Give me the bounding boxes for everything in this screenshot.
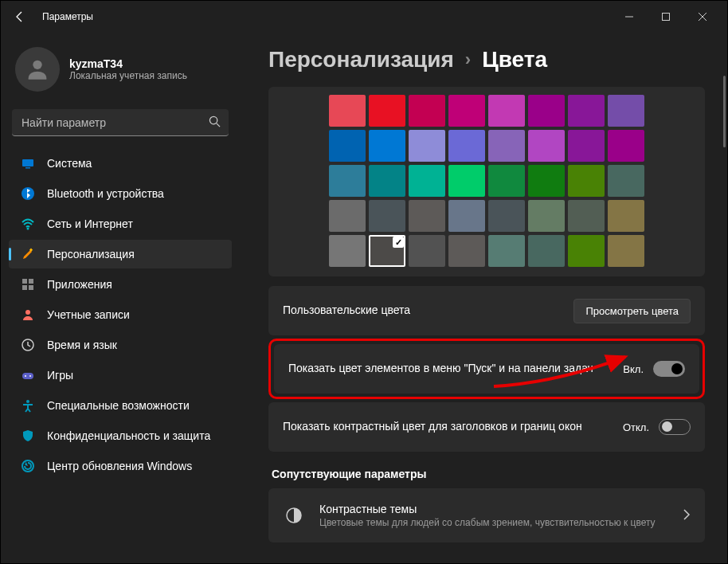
- sidebar-item-wifi[interactable]: Сеть и Интернет: [9, 210, 232, 238]
- color-grid: [283, 95, 691, 267]
- color-swatch[interactable]: [608, 200, 644, 232]
- sidebar-item-bluetooth[interactable]: Bluetooth и устройства: [9, 179, 232, 208]
- color-swatch[interactable]: [448, 200, 485, 232]
- svg-rect-15: [29, 285, 33, 290]
- svg-rect-14: [22, 285, 27, 290]
- color-swatch[interactable]: [369, 130, 405, 162]
- color-swatch[interactable]: [528, 95, 565, 127]
- sidebar-item-time[interactable]: Время и язык: [9, 331, 232, 359]
- sidebar-item-account[interactable]: Учетные записи: [9, 300, 232, 329]
- annotation-highlight: Показать цвет элементов в меню "Пуск" и …: [268, 339, 705, 399]
- accent-start-toggle[interactable]: [653, 361, 685, 377]
- color-swatch[interactable]: [329, 235, 366, 267]
- close-button[interactable]: [684, 4, 721, 29]
- color-swatch[interactable]: [448, 165, 485, 197]
- sidebar-item-privacy[interactable]: Конфиденциальность и защита: [9, 421, 232, 450]
- back-button[interactable]: [7, 4, 33, 29]
- color-swatch[interactable]: [369, 200, 405, 232]
- avatar: [15, 47, 60, 92]
- color-swatch[interactable]: [568, 165, 605, 197]
- color-swatch[interactable]: [568, 200, 605, 232]
- color-swatch[interactable]: [608, 130, 644, 162]
- color-swatch[interactable]: [568, 95, 605, 127]
- user-name: kyzmaT34: [69, 57, 187, 70]
- svg-point-4: [33, 61, 41, 69]
- color-swatch[interactable]: [528, 165, 565, 197]
- chevron-right-icon: ›: [465, 49, 471, 70]
- color-swatch[interactable]: [448, 95, 485, 127]
- sidebar-item-label: Персонализация: [47, 248, 135, 260]
- color-swatch[interactable]: [608, 235, 644, 267]
- related-section-header: Сопутствующие параметры: [272, 468, 705, 480]
- sidebar-item-label: Время и язык: [47, 339, 117, 351]
- toggle-state-label: Вкл.: [623, 363, 644, 375]
- svg-rect-7: [22, 159, 33, 166]
- titlebar: Параметры: [1, 1, 727, 33]
- color-palette-card: [268, 87, 705, 276]
- sidebar-item-label: Конфиденциальность и защита: [47, 429, 210, 442]
- accessibility-icon: [20, 398, 36, 413]
- search-input[interactable]: [12, 109, 229, 136]
- sidebar-item-label: Сеть и Интернет: [47, 217, 133, 230]
- accent-titlebar-row: Показать контрастный цвет для заголовков…: [268, 402, 705, 452]
- svg-point-20: [29, 375, 31, 377]
- scrollbar[interactable]: [723, 76, 726, 147]
- sidebar-item-accessibility[interactable]: Специальные возможности: [9, 391, 232, 420]
- sidebar-item-label: Приложения: [47, 278, 112, 291]
- color-swatch[interactable]: [568, 130, 605, 162]
- color-swatch[interactable]: [608, 95, 644, 127]
- sidebar-item-update[interactable]: Центр обновления Windows: [9, 452, 232, 480]
- color-swatch[interactable]: [409, 200, 445, 232]
- color-swatch[interactable]: [329, 165, 366, 197]
- user-account-type: Локальная учетная запись: [69, 70, 187, 81]
- svg-rect-8: [25, 167, 30, 169]
- color-swatch[interactable]: [528, 235, 565, 267]
- sidebar-item-games[interactable]: Игры: [9, 361, 232, 390]
- color-swatch[interactable]: [409, 130, 445, 162]
- bluetooth-icon: [20, 186, 36, 202]
- color-swatch[interactable]: [568, 235, 605, 267]
- custom-colors-row: Пользовательские цвета Просмотреть цвета: [268, 286, 705, 335]
- sidebar: kyzmaT34 Локальная учетная запись Систем…: [1, 33, 240, 563]
- color-swatch[interactable]: [369, 165, 405, 197]
- user-block[interactable]: kyzmaT34 Локальная учетная запись: [9, 39, 232, 106]
- color-swatch[interactable]: [409, 165, 445, 197]
- accent-titlebar-label: Показать контрастный цвет для заголовков…: [283, 419, 623, 435]
- color-swatch[interactable]: [409, 235, 445, 267]
- nav-list: СистемаBluetooth и устройстваСеть и Инте…: [9, 149, 232, 480]
- color-swatch[interactable]: [369, 95, 405, 127]
- contrast-icon: [283, 504, 305, 527]
- sidebar-item-apps[interactable]: Приложения: [9, 270, 232, 299]
- search-box[interactable]: [12, 109, 229, 136]
- color-swatch[interactable]: [528, 200, 565, 232]
- color-swatch[interactable]: [488, 200, 525, 232]
- color-swatch[interactable]: [329, 130, 366, 162]
- color-swatch[interactable]: [329, 200, 366, 232]
- color-swatch[interactable]: [369, 235, 405, 267]
- search-icon: [209, 116, 221, 130]
- breadcrumb-parent[interactable]: Персонализация: [268, 47, 454, 72]
- sidebar-item-label: Центр обновления Windows: [47, 460, 192, 472]
- contrast-themes-link[interactable]: Контрастные темы Цветовые темы для людей…: [268, 488, 705, 542]
- color-swatch[interactable]: [528, 130, 565, 162]
- accent-titlebar-toggle[interactable]: [659, 419, 691, 435]
- svg-rect-18: [22, 373, 33, 379]
- view-colors-button[interactable]: Просмотреть цвета: [573, 299, 691, 323]
- color-swatch[interactable]: [488, 165, 525, 197]
- color-swatch[interactable]: [329, 95, 366, 127]
- color-swatch[interactable]: [488, 235, 525, 267]
- sidebar-item-brush[interactable]: Персонализация: [9, 240, 232, 268]
- color-swatch[interactable]: [608, 165, 644, 197]
- sidebar-item-label: Игры: [47, 369, 73, 382]
- color-swatch[interactable]: [409, 95, 445, 127]
- svg-rect-13: [29, 279, 33, 284]
- svg-point-19: [25, 375, 26, 377]
- color-swatch[interactable]: [488, 95, 525, 127]
- minimize-button[interactable]: [611, 4, 648, 29]
- color-swatch[interactable]: [488, 130, 525, 162]
- color-swatch[interactable]: [448, 130, 485, 162]
- maximize-button[interactable]: [648, 4, 684, 29]
- color-swatch[interactable]: [448, 235, 485, 267]
- sidebar-item-system[interactable]: Система: [9, 149, 232, 178]
- sidebar-item-label: Bluetooth и устройства: [47, 187, 164, 200]
